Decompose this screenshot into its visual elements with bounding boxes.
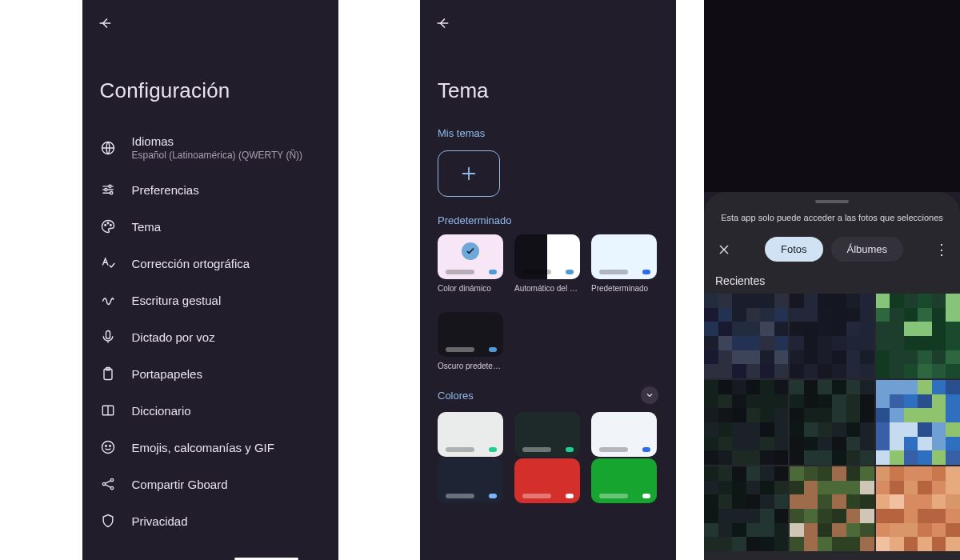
mic-icon: [100, 329, 116, 345]
theme-tile-label: Predeterminado: [591, 284, 648, 293]
photo-thumbnail[interactable]: [790, 380, 874, 465]
permission-message: Esta app solo puede acceder a las fotos …: [704, 213, 960, 237]
spellcheck-icon: [100, 255, 116, 271]
theme-tile-label: Oscuro predeterminado: [438, 362, 503, 370]
tab-photos[interactable]: Fotos: [765, 237, 823, 262]
tab-albums[interactable]: Álbumes: [831, 237, 904, 262]
svg-point-2: [104, 188, 106, 190]
back-icon[interactable]: [434, 15, 450, 31]
settings-item-spellcheck[interactable]: Corrección ortográfica: [100, 245, 321, 282]
theme-tile[interactable]: [438, 412, 503, 457]
section-my-themes: Mis temas: [420, 121, 676, 147]
svg-point-11: [102, 442, 114, 454]
svg-point-1: [108, 185, 110, 187]
settings-item-book[interactable]: Diccionario: [100, 392, 321, 429]
settings-screen: Configuración IdiomasEspañol (Latinoamér…: [82, 0, 338, 560]
settings-item-share[interactable]: Compartir Gboard: [100, 466, 321, 502]
settings-item-label: Privacidad: [132, 514, 188, 528]
palette-icon: [100, 218, 116, 234]
settings-item-shield[interactable]: Privacidad: [100, 502, 321, 539]
globe-icon: [100, 140, 116, 156]
settings-item-label: Dictado por voz: [132, 330, 215, 344]
book-icon: [100, 402, 116, 418]
emoji-icon: [100, 439, 116, 455]
clipboard-icon: [100, 366, 116, 382]
drag-handle[interactable]: [815, 200, 849, 203]
picker-sheet: Esta app solo puede acceder a las fotos …: [704, 192, 960, 560]
settings-item-label: Compartir Gboard: [132, 478, 228, 491]
theme-tile-label: Color dinámico: [438, 284, 491, 293]
theme-tile[interactable]: [591, 412, 657, 457]
settings-item-label: Portapapeles: [132, 367, 202, 381]
chevron-down-icon[interactable]: [641, 386, 658, 404]
settings-item-label: Preferencias: [132, 183, 199, 197]
svg-point-4: [104, 225, 106, 226]
shield-icon: [100, 513, 116, 529]
settings-item-palette[interactable]: Tema: [100, 208, 321, 245]
section-colors: Colores: [438, 390, 474, 402]
gesture-icon: [100, 292, 116, 308]
section-recents: Recientes: [704, 273, 960, 294]
theme-tile[interactable]: [591, 234, 657, 279]
theme-tile[interactable]: [514, 458, 580, 503]
photo-thumbnail[interactable]: [876, 294, 960, 378]
settings-item-globe[interactable]: IdiomasEspañol (Latinoamérica) (QWERTY (…: [100, 124, 321, 171]
back-icon[interactable]: [97, 15, 113, 31]
settings-item-sub: Español (Latinoamérica) (QWERTY (Ñ)): [132, 150, 303, 161]
close-icon[interactable]: [715, 241, 733, 258]
settings-item-label: Emojis, calcomanías y GIF: [132, 441, 274, 454]
photo-thumbnail[interactable]: [704, 466, 788, 551]
svg-point-5: [107, 222, 109, 224]
svg-point-14: [102, 482, 105, 485]
overflow-menu-icon[interactable]: ⋮: [934, 241, 949, 258]
photo-picker-screen: Esta app solo puede acceder a las fotos …: [704, 0, 960, 560]
check-icon: [462, 242, 479, 260]
settings-item-label: Idiomas: [132, 134, 303, 148]
share-icon: [100, 476, 116, 492]
settings-item-label: Tema: [132, 220, 162, 234]
svg-point-6: [110, 225, 111, 226]
settings-item-label: Diccionario: [132, 404, 191, 418]
svg-point-12: [105, 446, 106, 447]
sliders-icon: [100, 182, 116, 198]
theme-tile[interactable]: [438, 312, 503, 357]
photo-thumbnail[interactable]: [790, 294, 874, 378]
page-title: Tema: [420, 46, 676, 121]
settings-item-clipboard[interactable]: Portapapeles: [100, 355, 321, 392]
theme-tile[interactable]: [438, 234, 503, 279]
svg-rect-7: [106, 331, 110, 339]
svg-point-3: [110, 192, 112, 194]
svg-point-13: [109, 446, 110, 447]
photo-thumbnail[interactable]: [790, 466, 874, 551]
theme-tile-label: Automático del sistema: [514, 284, 580, 293]
settings-item-sliders[interactable]: Preferencias: [100, 171, 321, 208]
photo-thumbnail[interactable]: [876, 466, 960, 551]
add-theme-button[interactable]: [438, 150, 500, 197]
theme-tile[interactable]: [514, 412, 580, 457]
settings-item-label: Corrección ortográfica: [132, 257, 250, 270]
photo-thumbnail[interactable]: [876, 380, 960, 465]
settings-item-mic[interactable]: Dictado por voz: [100, 318, 321, 355]
theme-screen: Tema Mis temas Predeterminado Color diná…: [420, 0, 676, 560]
settings-item-label: Escritura gestual: [132, 294, 222, 307]
photo-thumbnail[interactable]: [704, 294, 788, 378]
app-background: [704, 0, 960, 192]
theme-tile[interactable]: [514, 234, 580, 279]
section-default: Predeterminado: [420, 208, 676, 234]
page-title: Configuración: [82, 46, 338, 124]
svg-point-15: [110, 478, 113, 481]
svg-point-16: [110, 486, 113, 489]
photo-thumbnail[interactable]: [704, 380, 788, 465]
theme-tile[interactable]: [591, 458, 657, 503]
theme-tile[interactable]: [438, 458, 503, 503]
settings-item-gesture[interactable]: Escritura gestual: [100, 282, 321, 318]
settings-item-emoji[interactable]: Emojis, calcomanías y GIF: [100, 429, 321, 466]
